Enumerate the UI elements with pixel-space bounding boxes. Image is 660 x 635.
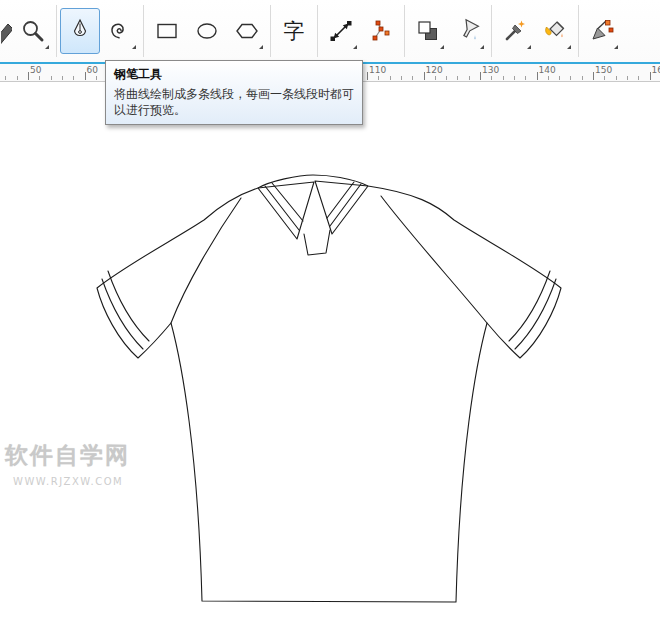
toolbar-separator [270,5,271,57]
ruler-tick [85,72,86,80]
toolbar-separator [491,5,492,57]
ruler-tick [548,76,549,80]
fill-funnel-icon [455,18,481,44]
ruler-tick [457,76,458,80]
interactive-fill-tool-button[interactable] [448,8,488,54]
ruler-tick [96,76,97,80]
ruler-tick [367,72,368,80]
tooltip-body-line2: 以进行预览。 [114,102,354,118]
ruler-tick [51,76,52,80]
ruler-tick [446,76,447,80]
paint-bucket-icon [542,18,568,44]
ruler-tick [593,72,594,80]
ellipse-icon [194,18,220,44]
knife-tool-button[interactable] [0,8,13,54]
ruler-tick [570,76,571,80]
toolbar-separator [578,5,579,57]
outline-pen-tool-button[interactable] [582,8,622,54]
ruler-number: 150 [595,65,612,75]
ruler-tick [17,76,18,80]
ruler-tick [480,72,481,80]
ruler-tick [537,72,538,80]
spiral-icon [107,18,133,44]
pen-nib-icon [67,18,93,44]
ellipse-tool-button[interactable] [187,8,227,54]
ruler-tick [62,76,63,80]
eyedropper-tool-button[interactable] [495,8,535,54]
ruler-tick [616,76,617,80]
ruler-tick [559,76,560,80]
ruler-tick [5,76,6,80]
rectangle-tool-button[interactable] [147,8,187,54]
ruler-tick [525,76,526,80]
ruler-number: 140 [539,65,556,75]
ruler-number: 130 [482,65,499,75]
ruler-number: 120 [426,65,443,75]
ruler-tick [401,76,402,80]
toolbar-separator [404,5,405,57]
ruler-tick [582,76,583,80]
shape-node-tool-button[interactable] [361,8,401,54]
ruler-tick [503,76,504,80]
tooltip-title: 钢笔工具 [114,66,354,83]
ruler-tick [424,72,425,80]
pen-tool-tooltip: 钢笔工具 将曲线绘制成多条线段，每画一条线段时都可 以进行预览。 [105,60,363,125]
toolbar-separator [317,5,318,57]
ruler-number: 60 [87,65,98,75]
ruler-tick [73,76,74,80]
eyedropper-icon [502,18,528,44]
drop-shadow-tool-button[interactable] [408,8,448,54]
ruler-number: 110 [369,65,386,75]
ruler-tick [650,72,651,80]
drop-shadow-icon [415,18,441,44]
ruler-number: 50 [30,65,41,75]
tooltip-body-line1: 将曲线绘制成多条线段，每画一条线段时都可 [114,86,354,102]
drawing-canvas[interactable]: 软件自学网 WWW.RJZXW.COM [0,82,660,635]
hexagon-icon [234,18,260,44]
ruler-tick [491,76,492,80]
outline-pen-icon [589,18,615,44]
ruler-tick [514,76,515,80]
zoom-tool-button[interactable] [13,8,53,54]
paint-bucket-tool-button[interactable] [535,8,575,54]
magnifier-icon [20,18,46,44]
knife-icon [1,18,13,44]
spiral-tool-button[interactable] [100,8,140,54]
pen-tool-button[interactable] [60,8,100,54]
node-squares-icon [368,18,394,44]
interactive-blend-tool-button[interactable] [321,8,361,54]
text-tool-button[interactable]: 字 [274,8,314,54]
ruler-tick [412,76,413,80]
polo-shirt-drawing[interactable] [0,82,660,635]
blend-arrow-icon [328,18,354,44]
toolbox-toolbar: 字 [0,0,660,63]
rectangle-icon [154,18,180,44]
ruler-tick [435,76,436,80]
toolbar-separator [56,5,57,57]
ruler-tick [378,76,379,80]
ruler-tick [604,76,605,80]
toolbar-separator [143,5,144,57]
ruler-tick [638,76,639,80]
ruler-tick [28,72,29,80]
ruler-tick [390,76,391,80]
text-tool-icon: 字 [284,21,305,42]
ruler-tick [469,76,470,80]
ruler-tick [39,76,40,80]
polygon-tool-button[interactable] [227,8,267,54]
ruler-number: 160 [652,65,660,75]
ruler-tick [627,76,628,80]
